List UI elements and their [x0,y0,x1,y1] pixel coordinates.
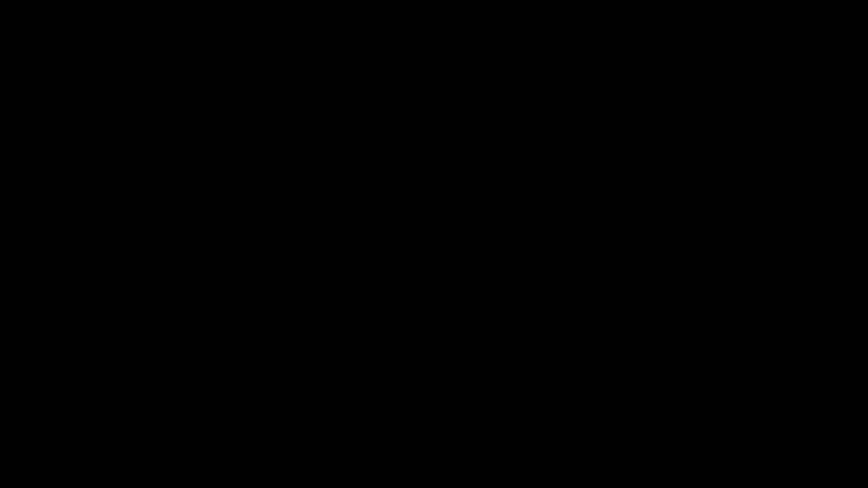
meteor-analysis-app [0,0,868,488]
atmospheric-position-plot[interactable] [0,21,237,250]
orbital-position-plot[interactable] [237,250,475,488]
vertical-residuals-plot[interactable] [475,366,868,488]
trail-offset-plot[interactable] [237,21,475,250]
horizontal-residuals-plot[interactable] [475,250,868,366]
light-curve-plot[interactable] [475,21,868,250]
ground-track-map[interactable] [0,250,237,488]
